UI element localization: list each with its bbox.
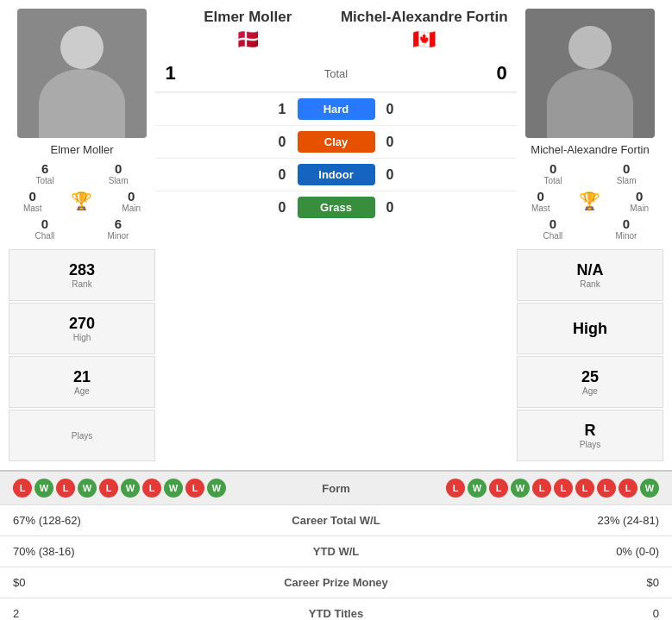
form-section: LWLWLWLWLW Form LWLWLLLLLW	[0, 470, 672, 504]
left-age-box: 21 Age	[9, 356, 155, 408]
form-badge-w: W	[468, 479, 487, 498]
left-player-card: Elmer Moller 6 Total 0 Slam 0 Mast 🏆	[9, 9, 155, 241]
stat-right-value: $0	[470, 567, 672, 598]
right-player-name-center: Michel-Alexandre Fortin	[336, 9, 513, 26]
right-stat-boxes: N/A Rank High 25 Age R Plays	[517, 249, 663, 461]
center-spacer	[155, 249, 517, 461]
stat-right-value: 0% (0-0)	[470, 536, 672, 567]
total-label: Total	[185, 67, 487, 80]
form-badge-l: L	[619, 479, 637, 498]
stat-left-value: $0	[0, 567, 202, 598]
table-row: 70% (38-16)YTD W/L0% (0-0)	[0, 536, 672, 567]
right-total-score: 0	[487, 62, 517, 85]
right-main-stat: 0 Main	[630, 189, 649, 213]
left-rank-box: 283 Rank	[9, 249, 155, 301]
form-badge-w: W	[121, 479, 140, 498]
surface-left-score: 0	[267, 167, 298, 183]
left-high-box: 270 High	[9, 303, 155, 354]
surface-right-score: 0	[375, 135, 405, 150]
form-badge-l: L	[142, 479, 161, 498]
stat-label: YTD Titles	[202, 598, 471, 621]
right-age-box: 25 Age	[517, 356, 663, 408]
form-badge-l: L	[575, 479, 594, 498]
right-slam-stat: 0 Slam	[617, 161, 637, 185]
right-minor-stat: 0 Minor	[615, 216, 637, 241]
form-badge-w: W	[164, 479, 183, 498]
left-total-score: 1	[155, 62, 185, 85]
stat-label: Career Prize Money	[202, 567, 471, 598]
form-badge-w: W	[78, 479, 97, 498]
stat-left-value: 67% (128-62)	[0, 505, 202, 536]
surface-row-hard: 1Hard0	[155, 92, 517, 125]
form-badge-w: W	[207, 479, 226, 498]
stat-right-value: 23% (24-81)	[470, 505, 672, 536]
table-row: 2YTD Titles0	[0, 598, 672, 621]
form-badge-w: W	[511, 479, 530, 498]
form-badge-w: W	[640, 479, 659, 498]
right-high-box: High	[517, 303, 663, 354]
left-player-avatar	[17, 9, 147, 138]
form-badge-w: W	[35, 479, 53, 498]
surface-badge-grass: Grass	[298, 197, 375, 218]
right-form-badges: LWLWLLLLLW	[371, 479, 660, 498]
form-badge-l: L	[13, 479, 32, 498]
right-plays-box: R Plays	[517, 410, 663, 461]
left-player-name: Elmer Moller	[51, 143, 114, 156]
surface-right-score: 0	[375, 167, 405, 183]
stat-left-value: 70% (38-16)	[0, 536, 202, 567]
center-col: Elmer Moller 🇩🇰 Michel-Alexandre Fortin …	[155, 9, 517, 241]
left-chall-stat: 0 Chall	[35, 216, 55, 241]
surface-badge-clay: Clay	[298, 131, 375, 153]
surface-left-score: 0	[267, 135, 298, 150]
left-main-stat: 0 Main	[122, 189, 141, 213]
surface-row-clay: 0Clay0	[155, 125, 517, 158]
right-total-stat: 0 Total	[544, 161, 562, 185]
form-badge-l: L	[532, 479, 551, 498]
stat-label: YTD W/L	[202, 536, 471, 567]
stat-right-value: 0	[470, 598, 672, 621]
left-slam-stat: 0 Slam	[109, 161, 129, 185]
table-row: $0Career Prize Money$0	[0, 567, 672, 598]
right-flag: 🇨🇦	[336, 28, 513, 51]
form-badge-l: L	[489, 479, 508, 498]
surface-right-score: 0	[375, 102, 405, 117]
form-badge-l: L	[99, 479, 118, 498]
surface-left-score: 1	[267, 102, 298, 117]
stat-boxes-row: 283 Rank 270 High 21 Age Plays N/A Rank	[0, 249, 672, 470]
right-trophy-icon: 🏆	[579, 191, 600, 211]
stat-left-value: 2	[0, 598, 202, 621]
form-badge-l: L	[554, 479, 573, 498]
surface-badge-hard: Hard	[298, 98, 375, 120]
surface-badge-indoor: Indoor	[298, 164, 375, 185]
left-flag: 🇩🇰	[160, 28, 336, 51]
right-mast-stat: 0 Mast	[531, 189, 550, 213]
form-badge-l: L	[597, 479, 616, 498]
surface-right-score: 0	[375, 200, 405, 216]
left-player-name-center: Elmer Moller	[160, 9, 336, 26]
right-chall-stat: 0 Chall	[543, 216, 563, 241]
right-player-card: Michel-Alexandre Fortin 0 Total 0 Slam 0…	[517, 9, 663, 241]
surface-left-score: 0	[267, 200, 298, 216]
form-badge-l: L	[446, 479, 465, 498]
surface-row-grass: 0Grass0	[155, 191, 517, 223]
form-label: Form	[302, 482, 371, 495]
left-plays-box: Plays	[9, 410, 155, 461]
trophy-icon: 🏆	[71, 191, 92, 211]
right-rank-box: N/A Rank	[517, 249, 663, 301]
form-badge-l: L	[56, 479, 75, 498]
left-total-stat: 6 Total	[36, 161, 54, 185]
left-mast-stat: 0 Mast	[23, 189, 42, 213]
left-stat-boxes: 283 Rank 270 High 21 Age Plays	[9, 249, 155, 461]
right-player-avatar	[525, 9, 655, 138]
career-stats-table: 67% (128-62)Career Total W/L23% (24-81)7…	[0, 504, 672, 620]
surface-row-indoor: 0Indoor0	[155, 158, 517, 191]
form-badge-l: L	[185, 479, 204, 498]
left-minor-stat: 6 Minor	[107, 216, 129, 241]
surface-rows: 1Hard00Clay00Indoor00Grass0	[155, 92, 517, 223]
left-form-badges: LWLWLWLWLW	[13, 479, 302, 498]
right-player-name: Michel-Alexandre Fortin	[531, 143, 649, 156]
stat-label: Career Total W/L	[202, 505, 471, 536]
table-row: 67% (128-62)Career Total W/L23% (24-81)	[0, 505, 672, 536]
